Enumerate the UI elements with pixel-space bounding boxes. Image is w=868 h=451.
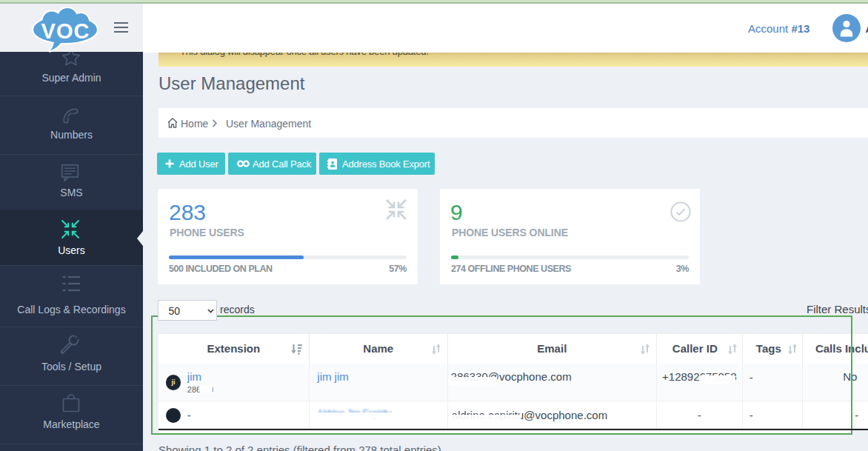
svg-text:VOC: VOC xyxy=(41,19,90,43)
